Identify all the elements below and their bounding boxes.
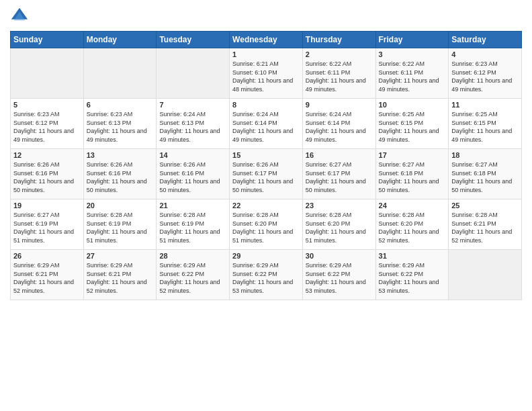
table-row: 7Sunrise: 6:24 AMSunset: 6:13 PMDaylight… bbox=[157, 99, 230, 149]
header-sunday: Sunday bbox=[11, 32, 84, 48]
day-info: Sunrise: 6:26 AMSunset: 6:16 PMDaylight:… bbox=[159, 161, 226, 194]
day-info: Sunrise: 6:23 AMSunset: 6:12 PMDaylight:… bbox=[13, 110, 81, 144]
day-number: 5 bbox=[13, 101, 81, 109]
day-info: Sunrise: 6:29 AMSunset: 6:22 PMDaylight:… bbox=[379, 261, 446, 295]
table-row: 27Sunrise: 6:29 AMSunset: 6:21 PMDayligh… bbox=[83, 250, 157, 300]
header-wednesday: Wednesday bbox=[230, 32, 303, 48]
day-number: 20 bbox=[87, 201, 154, 210]
day-number: 14 bbox=[159, 151, 226, 159]
day-number: 4 bbox=[451, 50, 519, 58]
week-row-5: 26Sunrise: 6:29 AMSunset: 6:21 PMDayligh… bbox=[11, 250, 522, 300]
table-row: 15Sunrise: 6:26 AMSunset: 6:17 PMDayligh… bbox=[230, 149, 303, 199]
header-monday: Monday bbox=[83, 32, 157, 48]
calendar-header-row: SundayMondayTuesdayWednesdayThursdayFrid… bbox=[11, 32, 522, 48]
table-row: 1Sunrise: 6:21 AMSunset: 6:10 PMDaylight… bbox=[230, 48, 303, 99]
header-tuesday: Tuesday bbox=[157, 32, 230, 48]
day-number: 15 bbox=[232, 151, 300, 159]
table-row: 13Sunrise: 6:26 AMSunset: 6:16 PMDayligh… bbox=[83, 149, 157, 199]
header-friday: Friday bbox=[375, 32, 449, 48]
day-info: Sunrise: 6:28 AMSunset: 6:20 PMDaylight:… bbox=[232, 211, 300, 244]
day-info: Sunrise: 6:28 AMSunset: 6:19 PMDaylight:… bbox=[87, 211, 154, 244]
day-info: Sunrise: 6:26 AMSunset: 6:16 PMDaylight:… bbox=[87, 161, 154, 194]
table-row: 22Sunrise: 6:28 AMSunset: 6:20 PMDayligh… bbox=[230, 199, 303, 250]
day-number: 1 bbox=[232, 50, 300, 58]
day-number: 10 bbox=[379, 101, 446, 109]
table-row: 20Sunrise: 6:28 AMSunset: 6:19 PMDayligh… bbox=[83, 199, 157, 250]
table-row: 29Sunrise: 6:29 AMSunset: 6:22 PMDayligh… bbox=[230, 250, 303, 300]
week-row-2: 5Sunrise: 6:23 AMSunset: 6:12 PMDaylight… bbox=[11, 99, 522, 149]
table-row: 14Sunrise: 6:26 AMSunset: 6:16 PMDayligh… bbox=[157, 149, 230, 199]
table-row: 12Sunrise: 6:26 AMSunset: 6:16 PMDayligh… bbox=[11, 149, 84, 199]
day-info: Sunrise: 6:25 AMSunset: 6:15 PMDaylight:… bbox=[379, 110, 446, 144]
day-info: Sunrise: 6:28 AMSunset: 6:20 PMDaylight:… bbox=[306, 211, 373, 244]
day-info: Sunrise: 6:27 AMSunset: 6:17 PMDaylight:… bbox=[306, 161, 373, 194]
day-info: Sunrise: 6:29 AMSunset: 6:21 PMDaylight:… bbox=[87, 261, 154, 295]
table-row bbox=[11, 48, 84, 99]
day-info: Sunrise: 6:24 AMSunset: 6:14 PMDaylight:… bbox=[232, 110, 300, 144]
table-row: 31Sunrise: 6:29 AMSunset: 6:22 PMDayligh… bbox=[375, 250, 449, 300]
table-row: 18Sunrise: 6:27 AMSunset: 6:18 PMDayligh… bbox=[449, 149, 522, 199]
day-number: 3 bbox=[379, 50, 446, 58]
header-saturday: Saturday bbox=[449, 32, 522, 48]
day-info: Sunrise: 6:28 AMSunset: 6:19 PMDaylight:… bbox=[159, 211, 226, 244]
day-number: 12 bbox=[13, 151, 81, 159]
table-row: 4Sunrise: 6:23 AMSunset: 6:12 PMDaylight… bbox=[449, 48, 522, 99]
table-row bbox=[83, 48, 157, 99]
day-info: Sunrise: 6:23 AMSunset: 6:13 PMDaylight:… bbox=[87, 110, 154, 144]
day-info: Sunrise: 6:26 AMSunset: 6:16 PMDaylight:… bbox=[13, 161, 81, 194]
day-info: Sunrise: 6:28 AMSunset: 6:20 PMDaylight:… bbox=[379, 211, 446, 244]
table-row: 21Sunrise: 6:28 AMSunset: 6:19 PMDayligh… bbox=[157, 199, 230, 250]
day-number: 9 bbox=[306, 101, 373, 109]
day-info: Sunrise: 6:21 AMSunset: 6:10 PMDaylight:… bbox=[232, 60, 300, 93]
day-number: 13 bbox=[87, 151, 154, 159]
table-row: 17Sunrise: 6:27 AMSunset: 6:18 PMDayligh… bbox=[375, 149, 449, 199]
day-info: Sunrise: 6:29 AMSunset: 6:21 PMDaylight:… bbox=[13, 261, 81, 295]
day-info: Sunrise: 6:22 AMSunset: 6:11 PMDaylight:… bbox=[379, 60, 446, 93]
table-row: 5Sunrise: 6:23 AMSunset: 6:12 PMDaylight… bbox=[11, 99, 84, 149]
day-number: 8 bbox=[232, 101, 300, 109]
table-row: 19Sunrise: 6:27 AMSunset: 6:19 PMDayligh… bbox=[11, 199, 84, 250]
day-number: 21 bbox=[159, 201, 226, 210]
header-thursday: Thursday bbox=[302, 32, 375, 48]
table-row: 24Sunrise: 6:28 AMSunset: 6:20 PMDayligh… bbox=[375, 199, 449, 250]
table-row: 25Sunrise: 6:28 AMSunset: 6:21 PMDayligh… bbox=[449, 199, 522, 250]
table-row: 28Sunrise: 6:29 AMSunset: 6:22 PMDayligh… bbox=[157, 250, 230, 300]
week-row-1: 1Sunrise: 6:21 AMSunset: 6:10 PMDaylight… bbox=[11, 48, 522, 99]
day-info: Sunrise: 6:24 AMSunset: 6:14 PMDaylight:… bbox=[306, 110, 373, 144]
day-info: Sunrise: 6:27 AMSunset: 6:19 PMDaylight:… bbox=[13, 211, 81, 244]
table-row: 8Sunrise: 6:24 AMSunset: 6:14 PMDaylight… bbox=[230, 99, 303, 149]
table-row: 30Sunrise: 6:29 AMSunset: 6:22 PMDayligh… bbox=[302, 250, 375, 300]
day-info: Sunrise: 6:27 AMSunset: 6:18 PMDaylight:… bbox=[451, 161, 519, 194]
day-number: 17 bbox=[379, 151, 446, 159]
day-info: Sunrise: 6:24 AMSunset: 6:13 PMDaylight:… bbox=[159, 110, 226, 144]
day-number: 19 bbox=[13, 201, 81, 210]
day-number: 11 bbox=[451, 101, 519, 109]
day-info: Sunrise: 6:29 AMSunset: 6:22 PMDaylight:… bbox=[159, 261, 226, 295]
day-number: 2 bbox=[306, 50, 373, 58]
day-info: Sunrise: 6:29 AMSunset: 6:22 PMDaylight:… bbox=[306, 261, 373, 295]
day-number: 30 bbox=[306, 252, 373, 260]
table-row: 11Sunrise: 6:25 AMSunset: 6:15 PMDayligh… bbox=[449, 99, 522, 149]
logo bbox=[10, 7, 30, 26]
day-number: 6 bbox=[87, 101, 154, 109]
day-info: Sunrise: 6:29 AMSunset: 6:22 PMDaylight:… bbox=[232, 261, 300, 295]
day-info: Sunrise: 6:26 AMSunset: 6:17 PMDaylight:… bbox=[232, 161, 300, 194]
day-number: 25 bbox=[451, 201, 519, 210]
table-row: 23Sunrise: 6:28 AMSunset: 6:20 PMDayligh… bbox=[302, 199, 375, 250]
table-row: 9Sunrise: 6:24 AMSunset: 6:14 PMDaylight… bbox=[302, 99, 375, 149]
table-row: 6Sunrise: 6:23 AMSunset: 6:13 PMDaylight… bbox=[83, 99, 157, 149]
day-number: 23 bbox=[306, 201, 373, 210]
table-row bbox=[157, 48, 230, 99]
header bbox=[10, 7, 522, 26]
table-row: 26Sunrise: 6:29 AMSunset: 6:21 PMDayligh… bbox=[11, 250, 84, 300]
day-info: Sunrise: 6:28 AMSunset: 6:21 PMDaylight:… bbox=[451, 211, 519, 244]
day-info: Sunrise: 6:22 AMSunset: 6:11 PMDaylight:… bbox=[306, 60, 373, 93]
day-number: 16 bbox=[306, 151, 373, 159]
day-info: Sunrise: 6:23 AMSunset: 6:12 PMDaylight:… bbox=[451, 60, 519, 93]
calendar-table: SundayMondayTuesdayWednesdayThursdayFrid… bbox=[10, 31, 522, 300]
day-info: Sunrise: 6:27 AMSunset: 6:18 PMDaylight:… bbox=[379, 161, 446, 194]
day-number: 31 bbox=[379, 252, 446, 260]
table-row: 10Sunrise: 6:25 AMSunset: 6:15 PMDayligh… bbox=[375, 99, 449, 149]
day-info: Sunrise: 6:25 AMSunset: 6:15 PMDaylight:… bbox=[451, 110, 519, 144]
day-number: 24 bbox=[379, 201, 446, 210]
